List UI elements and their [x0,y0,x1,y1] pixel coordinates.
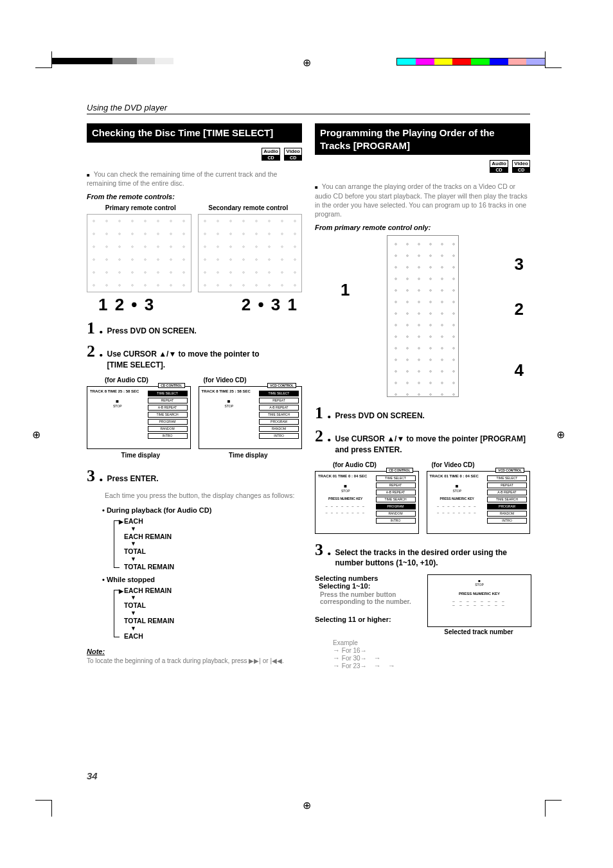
osd-press-key: PRESS NUMERIC KEY [430,497,485,500]
content: Using the DVD player Checking the Disc T… [87,103,530,669]
sub-while-stopped: • While stopped [102,576,302,583]
step-number-2: 2 [87,343,95,360]
step-1-text: Press DVD ON SCREEN. [107,320,197,336]
step-2-text: Use CURSOR ▲/▼ to move the pointer to [T… [107,343,260,369]
step-number-1: 1 [315,405,323,421]
time-display-label: Time display [87,452,195,459]
video-cd-badge: VideoCD [512,160,530,173]
step-number-3: 3 [87,468,95,484]
selected-track-caption: Selected track number [427,628,530,635]
for-audio-cd-label: (for Audio CD) [315,461,432,468]
registration-mark: ⊕ [556,428,565,440]
step-number-3: 3 [315,542,323,558]
intro-text: You can check the remaining time of the … [87,170,302,188]
osd-track-line: TRACK 8 TIME 25 : 58 SEC [202,389,257,393]
section-title: Programming the Playing Order of the Tra… [315,123,530,155]
disc-badges: AudioCD VideoCD [315,160,530,173]
crop-mark [545,51,562,68]
callout-1: 1 [341,280,350,300]
osd-slots: _ _ _ _ _ _ _ _ [318,503,373,507]
osd-stop: STOP [90,398,145,408]
section-title: Checking the Disc Time [TIME SELECT] [87,123,302,143]
crop-mark [545,800,562,817]
video-cd-osd: VCD CONTROL TRACK 8 TIME 25 : 58 SEC STO… [199,386,303,449]
page: ⊕ ⊕ ⊕ ⊕ Using the DVD player Checking th… [0,0,613,868]
video-cd-osd: VCD CONTROL TRACK 01 TIME 0 : 04 SEC STO… [427,471,531,534]
crop-mark [35,800,52,817]
registration-mark: ⊕ [303,799,311,811]
flow-stopped: ▶ EACH REMAIN ▼ TOTAL ▼ TOTAL REMAIN ▼ E… [114,586,302,641]
note-body: To locate the beginning of a track durin… [87,657,302,666]
audio-cd-badge: AudioCD [490,160,508,173]
registration-mark: ⊕ [303,57,311,69]
from-remote-label: From the remote controls: [87,193,302,200]
step-callouts-left: 1 2 • 3 [87,295,199,315]
primary-remote-label: Primary remote control [87,204,195,211]
osd-stop: STOP [318,483,373,493]
osd-slots: _ _ _ _ _ _ _ _ [430,503,485,507]
osd-menu: TIME SELECT REPEAT A-B REPEAT TIME SEARC… [259,391,299,440]
step-callouts-right: 2 • 3 1 [199,295,303,315]
osd-stop: STOP [202,398,257,408]
step-number-1: 1 [87,320,95,337]
from-remote-label: From primary remote control only: [315,224,530,231]
primary-remote-diagram [87,214,191,292]
osd-press-key: PRESS NUMERIC KEY [318,497,373,500]
callout-2: 2 [515,299,524,319]
primary-remote-diagram [387,235,459,397]
osd-tab: CD CONTROL [386,468,413,473]
remote-diagram-wrap: 1 3 2 4 [315,235,530,397]
step-3-text: Press ENTER. [107,468,159,484]
sel-110-note: Press the number button corresponding to… [320,591,421,605]
disc-badges: AudioCD VideoCD [87,148,302,161]
examples: Example → For 16→ → For 30→ → → For 23→ … [333,639,530,669]
time-display-label: Time display [195,452,303,459]
flow-playback: ▶ EACH ▼ EACH REMAIN ▼ TOTAL ▼ TOTAL REM… [114,517,302,572]
osd-track-line: TRACK 01 TIME 0 : 04 SEC [430,474,485,478]
secondary-remote-diagram [198,214,303,292]
step-1-text: Press DVD ON SCREEN. [335,405,425,421]
sub-during-playback: • During playback (for Audio CD) [102,506,302,514]
page-number: 34 [87,770,98,781]
registration-mark: ⊕ [32,428,40,440]
audio-cd-osd: CD CONTROL TRACK 01 TIME 0 : 04 SEC STOP… [315,471,419,534]
selecting-numbers-block: Selecting numbers Selecting 1~10: Press … [315,574,421,623]
video-cd-badge: VideoCD [284,148,302,161]
osd-slots: _ _ _ _ _ _ _ _ [430,509,485,513]
osd-menu: TIME SELECT REPEAT A-B REPEAT TIME SEARC… [376,475,416,525]
step-3-note: Each time you press the button, the disp… [105,491,302,500]
left-column: Checking the Disc Time [TIME SELECT] Aud… [87,123,302,669]
for-audio-cd-label: (for Audio CD) [87,376,204,384]
right-column: Programming the Playing Order of the Tra… [315,123,530,669]
secondary-remote-label: Secondary remote control [195,204,303,211]
audio-cd-badge: AudioCD [262,148,280,161]
step-3-text: Select the tracks in the desired order u… [335,542,531,568]
osd-stop: STOP [430,483,485,493]
osd-track-line: TRACK 01 TIME 0 : 04 SEC [318,474,373,478]
osd-menu: TIME SELECT REPEAT A-B REPEAT TIME SEARC… [148,391,188,440]
osd-track-line: TRACK 8 TIME 25 : 58 SEC [90,389,145,393]
grayscale-bar [51,58,173,64]
intro-text: You can arrange the playing order of the… [315,182,530,218]
step-2-text: Use CURSOR ▲/▼ to move the pointer [PROG… [335,428,531,454]
selection-osd: ■ STOP PRESS NUMERIC KEY _ _ _ _ _ _ _ _… [427,574,531,627]
osd-tab: CD CONTROL [158,383,184,388]
step-number-2: 2 [315,428,323,445]
osd-tab: VCD CONTROL [495,468,524,473]
osd-tab: VCD CONTROL [267,383,296,388]
color-bar [396,58,546,66]
running-header: Using the DVD player [87,103,530,114]
callout-3: 3 [515,254,524,274]
note-header: Note: [87,648,302,655]
osd-slots: _ _ _ _ _ _ _ _ [318,509,373,513]
audio-cd-osd: CD CONTROL TRACK 8 TIME 25 : 58 SEC STOP… [87,386,191,449]
callout-4: 4 [515,360,524,380]
osd-menu: TIME SELECT REPEAT A-B REPEAT TIME SEARC… [487,475,527,525]
crop-mark [35,51,52,68]
